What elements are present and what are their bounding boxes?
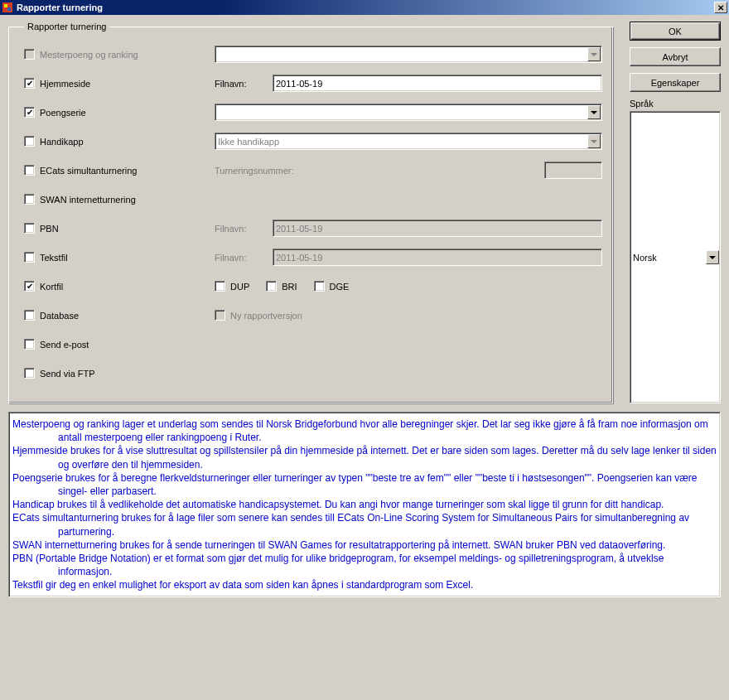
- pbn-filnavn-label: Filnavn:: [215, 224, 273, 234]
- help-line: Mesterpoeng og ranking lager et underlag…: [12, 418, 717, 444]
- sendepost-label: Send e-post: [40, 340, 89, 350]
- database-checkbox[interactable]: [24, 310, 35, 321]
- hjemmeside-filnavn-input[interactable]: [273, 75, 602, 92]
- bri-label: BRI: [282, 282, 297, 292]
- dup-label: DUP: [230, 282, 249, 292]
- tekstfil-label: Tekstfil: [40, 253, 68, 263]
- ok-button[interactable]: OK: [630, 22, 721, 41]
- bri-checkbox[interactable]: [266, 281, 277, 292]
- ecats-label: ECats simultanturnering: [40, 166, 137, 176]
- sendftp-checkbox[interactable]: [24, 368, 35, 379]
- mesterpoeng-select: [215, 46, 602, 63]
- sendepost-checkbox[interactable]: [24, 339, 35, 350]
- poengserie-label: Poengserie: [40, 108, 86, 118]
- rapporter-groupbox: Rapporter turnering Mesterpoeng og ranki…: [8, 22, 613, 403]
- egenskaper-button[interactable]: Egenskaper: [630, 73, 721, 92]
- chevron-down-icon[interactable]: [587, 105, 601, 119]
- help-line: SWAN internetturnering brukes for å send…: [12, 538, 717, 552]
- language-label: Språk: [630, 99, 721, 109]
- help-line: Tekstfil gir deg en enkel mulighet for e…: [12, 578, 717, 591]
- groupbox-legend: Rapporter turnering: [24, 22, 109, 31]
- titlebar: Rapporter turnering ✕: [0, 0, 729, 15]
- pbn-filnavn-input: [273, 220, 602, 237]
- chevron-down-icon[interactable]: [706, 250, 719, 264]
- swan-checkbox[interactable]: [24, 194, 35, 205]
- svg-rect-2: [7, 7, 11, 11]
- ecats-num-input: [544, 162, 602, 179]
- pbn-checkbox[interactable]: [24, 223, 35, 234]
- hjemmeside-label: Hjemmeside: [40, 79, 90, 89]
- chevron-down-icon: [587, 47, 601, 61]
- dup-checkbox[interactable]: [215, 281, 225, 292]
- close-button[interactable]: ✕: [714, 2, 727, 13]
- help-line: Poengserie brukes for å beregne flerkvel…: [12, 471, 717, 498]
- handikapp-select: Ikke handikapp: [215, 133, 602, 150]
- svg-rect-1: [4, 4, 7, 7]
- sendftp-label: Send via FTP: [40, 369, 95, 379]
- ecats-num-label: Turneringsnummer:: [215, 166, 331, 176]
- help-panel: Mesterpoeng og ranking lager et underlag…: [8, 412, 721, 597]
- mesterpoeng-checkbox: [24, 49, 35, 60]
- nyrapport-label: Ny rapportversjon: [230, 311, 302, 321]
- tekstfil-checkbox[interactable]: [24, 252, 35, 263]
- tekstfil-filnavn-label: Filnavn:: [215, 253, 273, 263]
- help-line: Hjemmeside brukes for å vise sluttresult…: [12, 444, 717, 471]
- pbn-label: PBN: [40, 224, 59, 234]
- help-line: PBN (Portable Bridge Notation) er et for…: [12, 552, 717, 578]
- kortfil-checkbox[interactable]: ✔: [24, 281, 35, 292]
- poengserie-checkbox[interactable]: ✔: [24, 107, 35, 118]
- handikapp-checkbox[interactable]: [24, 136, 35, 147]
- dge-label: DGE: [330, 282, 350, 292]
- help-line: ECats simultanturnering brukes for å lag…: [12, 511, 717, 538]
- language-select[interactable]: Norsk: [630, 111, 721, 403]
- database-label: Database: [40, 311, 79, 321]
- nyrapport-checkbox: [215, 310, 225, 321]
- hjemmeside-filnavn-label: Filnavn:: [215, 79, 273, 89]
- ecats-checkbox[interactable]: [24, 165, 35, 176]
- window-title: Rapporter turnering: [17, 2, 103, 12]
- kortfil-label: Kortfil: [40, 282, 63, 292]
- avbryt-button[interactable]: Avbryt: [630, 47, 721, 66]
- tekstfil-filnavn-input: [273, 249, 602, 266]
- poengserie-select[interactable]: [215, 104, 602, 121]
- help-line: Handicap brukes til å vedlikeholde det a…: [12, 498, 717, 511]
- hjemmeside-checkbox[interactable]: ✔: [24, 78, 35, 89]
- handikapp-label: Handikapp: [40, 137, 84, 147]
- dge-checkbox[interactable]: [314, 281, 325, 292]
- swan-label: SWAN internetturnering: [40, 195, 136, 205]
- mesterpoeng-label: Mesterpoeng og ranking: [40, 50, 138, 60]
- app-icon: [2, 2, 13, 13]
- chevron-down-icon: [587, 134, 601, 148]
